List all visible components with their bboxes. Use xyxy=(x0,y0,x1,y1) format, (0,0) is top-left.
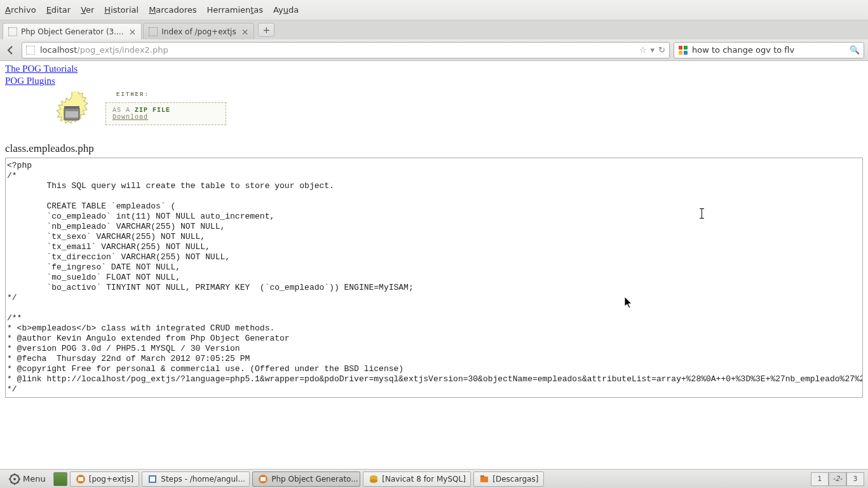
svg-line-14 xyxy=(11,475,12,477)
svg-rect-7 xyxy=(64,106,79,109)
browser-toolbar: localhost/pog_extjs/index2.php ☆ ▾ ↻ how… xyxy=(0,39,868,61)
url-bar[interactable]: localhost/pog_extjs/index2.php ☆ ▾ ↻ xyxy=(22,42,670,58)
os-menubar: Archivo Editar Ver Historial Marcadores … xyxy=(0,0,868,20)
task-descargas[interactable]: [Descargas] xyxy=(473,471,544,487)
task-steps[interactable]: Steps - /home/angul... xyxy=(142,471,250,487)
google-icon xyxy=(678,45,688,55)
search-input[interactable]: how to change ogv to flv xyxy=(692,45,850,55)
back-button[interactable] xyxy=(4,43,18,57)
menu-editar[interactable]: Editar xyxy=(46,5,71,15)
search-go-icon[interactable]: 🔍 xyxy=(850,45,860,55)
browser-tabbar: Php Object Generator (3.... × Index of /… xyxy=(0,20,868,39)
svg-rect-21 xyxy=(150,477,155,482)
menu-ayuda[interactable]: Ayuda xyxy=(273,5,299,15)
task-php-object-generator[interactable]: Php Object Generato... xyxy=(252,471,360,487)
download-link[interactable]: Download xyxy=(112,114,148,121)
svg-point-9 xyxy=(13,478,16,480)
favicon-icon xyxy=(8,27,17,36)
favicon-icon xyxy=(26,46,35,55)
menu-marcadores[interactable]: Marcadores xyxy=(149,5,196,15)
workspace-1[interactable]: 1 xyxy=(811,472,829,486)
new-tab-button[interactable]: + xyxy=(258,23,275,37)
task-pogextjs[interactable]: [pog+extjs] xyxy=(70,471,140,487)
svg-line-17 xyxy=(17,475,18,477)
gear-badge-icon xyxy=(50,92,94,136)
search-bar[interactable]: how to change ogv to flv 🔍 xyxy=(674,42,864,58)
workspace-2[interactable]: -2- xyxy=(829,472,846,486)
tab-index[interactable]: Index of /pog+extjs × xyxy=(143,23,254,39)
download-card: EITHER: AS A ZIP FILE Download xyxy=(105,102,226,125)
reload-icon[interactable]: ↻ xyxy=(658,45,665,55)
menu-archivo[interactable]: Archivo xyxy=(5,5,36,15)
svg-rect-6 xyxy=(65,111,78,118)
either-label: EITHER: xyxy=(116,92,149,98)
svg-line-16 xyxy=(11,482,12,483)
tab-label: Index of /pog+extjs xyxy=(161,27,236,36)
svg-line-15 xyxy=(17,482,18,483)
text-cursor xyxy=(702,208,702,219)
bookmark-star-icon[interactable]: ☆ xyxy=(639,45,647,55)
svg-rect-28 xyxy=(480,475,484,477)
workspace-pager: 1 -2- 3 xyxy=(811,472,864,486)
link-tutorials[interactable]: The POG Tutorials xyxy=(5,64,78,74)
svg-rect-3 xyxy=(684,51,688,55)
svg-rect-19 xyxy=(78,477,83,481)
svg-rect-27 xyxy=(480,477,488,482)
menu-ver[interactable]: Ver xyxy=(81,5,94,15)
svg-rect-23 xyxy=(261,477,266,481)
menu-button[interactable]: Menu xyxy=(4,472,51,486)
tab-pog[interactable]: Php Object Generator (3.... × xyxy=(3,23,142,39)
close-icon[interactable]: × xyxy=(241,27,249,37)
download-box: EITHER: AS A ZIP FILE Download xyxy=(50,92,863,136)
show-desktop-button[interactable] xyxy=(53,472,67,486)
favicon-icon xyxy=(149,27,158,36)
dropdown-icon[interactable]: ▾ xyxy=(651,45,655,55)
taskbar: Menu [pog+extjs] Steps - /home/angul... … xyxy=(0,469,868,488)
url-text: localhost/pog_extjs/index2.php xyxy=(40,45,639,55)
class-filename: class.empleados.php xyxy=(5,142,863,155)
svg-point-26 xyxy=(370,479,377,483)
close-icon[interactable]: × xyxy=(129,27,137,37)
workspace-3[interactable]: 3 xyxy=(846,472,864,486)
svg-rect-1 xyxy=(684,46,688,50)
svg-rect-0 xyxy=(679,46,682,50)
svg-rect-2 xyxy=(679,51,682,55)
menu-herramientas[interactable]: Herramientas xyxy=(207,5,264,15)
page-content: The POG Tutorials POG Plugins EITHER: AS… xyxy=(0,61,868,469)
menu-historial[interactable]: Historial xyxy=(104,5,139,15)
page-links: The POG Tutorials POG Plugins xyxy=(5,64,863,86)
link-plugins[interactable]: POG Plugins xyxy=(5,76,55,86)
code-box[interactable]: <?php /* This SQL query will create the … xyxy=(5,158,863,398)
task-navicat[interactable]: [Navicat 8 for MySQL] xyxy=(363,471,471,487)
tab-label: Php Object Generator (3.... xyxy=(21,27,124,36)
